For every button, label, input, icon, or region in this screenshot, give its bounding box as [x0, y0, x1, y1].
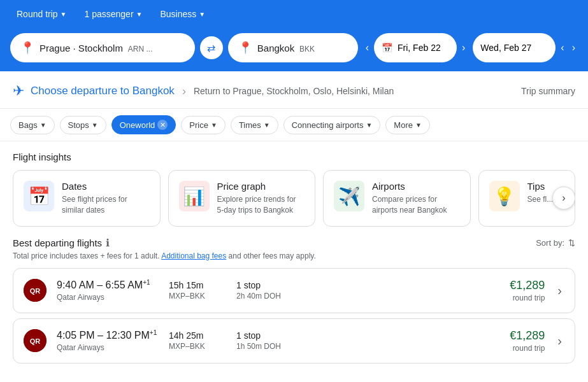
location-icon: 📍: [20, 41, 34, 55]
plus-day-1: +1: [143, 279, 150, 286]
insight-price-desc: Explore price trends for 5-day trips to …: [217, 194, 305, 216]
trip-type-button[interactable]: Round trip ▼: [10, 5, 73, 23]
insight-airports-title: Airports: [372, 181, 460, 192]
flight-times-1: 9:40 AM – 6:55 AM+1 Qatar Airways: [57, 279, 159, 301]
flight-duration-1: 15h 15m MXP–BKK: [169, 280, 226, 301]
flight-price-2: €1,289 round trip: [510, 329, 545, 353]
insights-title: Flight insights: [13, 152, 575, 162]
flight-price-note-2: round trip: [510, 344, 545, 353]
origin-text: Prague · Stockholm: [39, 43, 123, 53]
additional-fees-link[interactable]: Additional bag fees: [161, 251, 226, 260]
insight-airports-text: Airports Compare prices for airports nea…: [372, 181, 460, 216]
calendar-icon: 📅: [382, 43, 392, 53]
destination-code: BKK: [299, 45, 315, 53]
flight-expand-1[interactable]: ›: [555, 281, 564, 301]
class-label: Business: [160, 9, 196, 19]
return-date-group: Wed, Feb 27 ‹ ›: [473, 33, 578, 62]
filter-stops[interactable]: Stops ▼: [60, 116, 106, 134]
svg-text:QR: QR: [30, 337, 41, 345]
filter-connecting-airports-arrow: ▼: [366, 122, 372, 129]
origin-field[interactable]: 📍 Prague · Stockholm ARN ...: [10, 33, 195, 62]
insight-price-icon-wrap: 📊: [179, 181, 210, 211]
class-arrow: ▼: [199, 11, 205, 18]
insight-price-icon: 📊: [183, 186, 205, 207]
depart-prev-button[interactable]: ‹: [363, 39, 371, 56]
trip-type-label: Round trip: [17, 9, 58, 19]
breadcrumb: ✈ Choose departure to Bangkok › Return t…: [0, 71, 588, 109]
depart-date-text: Fri, Feb 22: [398, 43, 441, 53]
sort-icon: ⇅: [568, 238, 575, 248]
price-note: Total price includes taxes + fees for 1 …: [13, 251, 575, 260]
flight-row-2[interactable]: QR 4:05 PM – 12:30 PM+1 Qatar Airways 14…: [13, 318, 575, 364]
passengers-arrow: ▼: [136, 11, 143, 18]
depart-next-button[interactable]: ›: [459, 39, 468, 56]
flight-duration-2: 14h 25m MXP–BKK: [169, 330, 226, 351]
flight-times-2: 4:05 PM – 12:30 PM+1 Qatar Airways: [57, 329, 159, 351]
insights-next-button[interactable]: ›: [552, 187, 575, 209]
price-note-text: Total price includes taxes + fees for 1 …: [13, 251, 159, 260]
airline-logo-2: QR: [24, 329, 47, 352]
breadcrumb-active: ✈ Choose departure to Bangkok: [13, 83, 175, 99]
filter-more[interactable]: More ▼: [385, 116, 430, 134]
trip-summary-link[interactable]: Trip summary: [521, 86, 575, 96]
filter-more-arrow: ▼: [415, 122, 422, 129]
svg-text:QR: QR: [30, 287, 41, 295]
filter-times-label: Times: [239, 120, 261, 130]
plus-day-2: +1: [150, 329, 157, 336]
best-flights-section: Best departing flights ℹ Sort by: ⇅ Tota…: [0, 227, 588, 364]
flight-row-1[interactable]: QR 9:40 AM – 6:55 AM+1 Qatar Airways 15h…: [13, 268, 575, 313]
insight-card-dates[interactable]: 📅 Dates See flight prices for similar da…: [13, 170, 161, 227]
filter-times[interactable]: Times ▼: [231, 116, 278, 134]
flight-stops-1: 1 stop 2h 40m DOH: [236, 280, 300, 301]
destination-icon: 📍: [238, 41, 252, 55]
flight-price-text-1: €1,289: [510, 279, 545, 292]
filter-oneworld-label: Oneworld: [120, 120, 155, 130]
passengers-button[interactable]: 1 passenger ▼: [78, 5, 149, 23]
swap-button[interactable]: ⇄: [200, 36, 223, 59]
passengers-label: 1 passenger: [85, 9, 134, 19]
insights-section: Flight insights 📅 Dates See flight price…: [0, 141, 588, 227]
insight-tips-text: Tips See fl...: [527, 181, 554, 205]
flight-price-text-2: €1,289: [510, 329, 545, 343]
other-fees-text: and other fees may apply.: [229, 251, 316, 260]
depart-date-field[interactable]: 📅 Fri, Feb 22: [374, 33, 457, 62]
filter-times-arrow: ▼: [264, 122, 270, 129]
class-button[interactable]: Business ▼: [154, 5, 212, 23]
destination-field[interactable]: 📍 Bangkok BKK: [228, 33, 358, 62]
filter-oneworld[interactable]: Oneworld ✕: [111, 115, 176, 134]
insight-price-text: Price graph Explore price trends for 5-d…: [217, 181, 305, 216]
plane-icon: ✈: [13, 83, 24, 99]
insight-tips-title: Tips: [527, 181, 554, 192]
insight-tips-desc: See fl...: [527, 194, 554, 205]
flight-airline-1: Qatar Airways: [57, 293, 159, 302]
breadcrumb-inactive-text: Return to Prague, Stockholm, Oslo, Helsi…: [194, 86, 394, 96]
return-next-button[interactable]: ›: [570, 39, 578, 56]
sort-button[interactable]: Sort by: ⇅: [536, 238, 575, 248]
return-prev-button[interactable]: ‹: [558, 39, 566, 56]
insight-card-price-graph[interactable]: 📊 Price graph Explore price trends for 5…: [168, 170, 316, 227]
flight-expand-2[interactable]: ›: [555, 331, 564, 351]
insight-dates-icon-wrap: 📅: [24, 181, 54, 211]
filter-bags-label: Bags: [18, 120, 38, 130]
insight-airports-desc: Compare prices for airports near Bangkok: [372, 194, 460, 216]
search-row: 📍 Prague · Stockholm ARN ... ⇄ 📍 Bangkok…: [0, 28, 588, 71]
return-date-field[interactable]: Wed, Feb 27: [473, 33, 556, 62]
flight-stops-text-1: 1 stop: [236, 280, 300, 290]
depart-date-group: ‹ 📅 Fri, Feb 22 ›: [363, 33, 468, 62]
flight-price-note-1: round trip: [510, 294, 545, 302]
flight-duration-text-1: 15h 15m: [169, 280, 226, 290]
insight-dates-title: Dates: [62, 181, 150, 192]
filter-connecting-airports-label: Connecting airports: [292, 120, 364, 130]
best-flights-info-icon[interactable]: ℹ: [106, 237, 110, 249]
filter-bags[interactable]: Bags ▼: [10, 116, 55, 134]
origin-code: ARN ...: [128, 45, 153, 53]
insight-card-airports[interactable]: ✈️ Airports Compare prices for airports …: [323, 170, 471, 227]
insight-dates-icon: 📅: [28, 186, 50, 207]
flight-stops-2: 1 stop 1h 50m DOH: [236, 330, 300, 351]
filter-oneworld-remove[interactable]: ✕: [157, 120, 168, 130]
best-flights-header: Best departing flights ℹ Sort by: ⇅: [13, 237, 575, 249]
filter-price[interactable]: Price ▼: [181, 116, 226, 134]
flight-route-2: MXP–BKK: [169, 342, 226, 351]
filter-connecting-airports[interactable]: Connecting airports ▼: [283, 116, 381, 134]
top-bar: Round trip ▼ 1 passenger ▼ Business ▼: [0, 0, 588, 28]
